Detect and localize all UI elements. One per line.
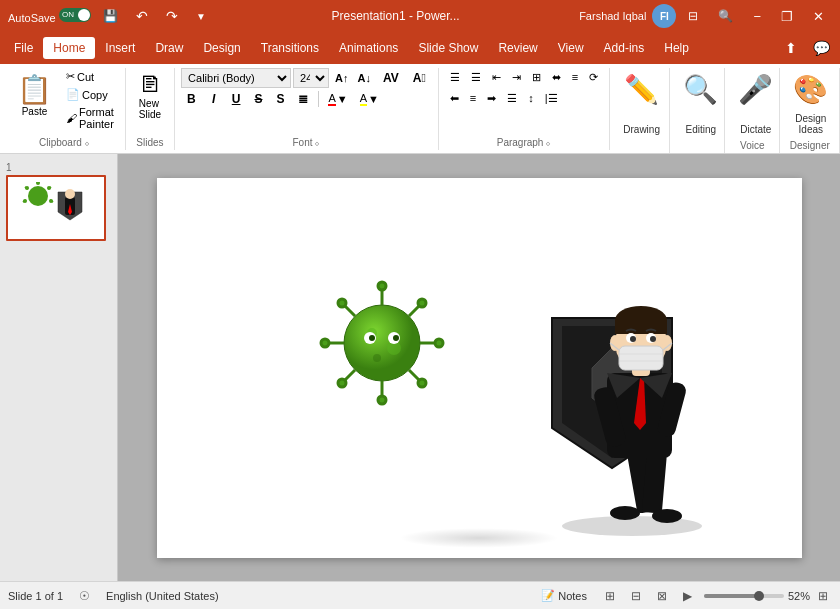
clear-formatting-button[interactable]: A⃝ <box>407 69 432 87</box>
font-name-row: Calibri (Body) 24 A↑ A↓ AV A⃝ <box>181 68 432 88</box>
align-right-button[interactable]: ➡ <box>482 89 501 108</box>
editing-button[interactable]: 🔍 Editing <box>676 68 725 140</box>
char-spacing-btn2[interactable]: ≣ <box>292 90 314 108</box>
menu-right: ⬆ 💬 <box>779 37 836 59</box>
font-expand-icon[interactable]: ⬦ <box>314 137 320 148</box>
reading-view-button[interactable]: ⊠ <box>653 587 671 605</box>
menu-item-home[interactable]: Home <box>43 37 95 59</box>
paragraph-controls: ☰ ☰ ⇤ ⇥ ⊞ ⬌ ≡ ⟳ ⬅ ≡ ➡ ☰ ↕ |☰ <box>445 68 603 137</box>
bold-button[interactable]: B <box>181 90 202 108</box>
svg-point-7 <box>47 186 51 190</box>
increase-indent-button[interactable]: ⇥ <box>507 68 526 87</box>
font-size-buttons: A↑ A↓ <box>331 70 375 86</box>
ribbon-group-drawing: ✏️ Drawing . <box>610 68 670 153</box>
close-button[interactable]: ✕ <box>805 7 832 26</box>
add-col-button[interactable]: |☰ <box>540 89 563 108</box>
align-center-button[interactable]: ≡ <box>465 89 481 108</box>
slides-buttons: 🖹 New Slide <box>132 68 168 137</box>
new-slide-button[interactable]: 🖹 New Slide <box>132 68 168 124</box>
zoom-slider[interactable] <box>704 594 784 598</box>
minimize-button[interactable]: − <box>745 7 769 26</box>
quick-access-dropdown[interactable]: ▼ <box>190 9 212 24</box>
slide-thumbnail-1[interactable]: 1 <box>6 162 111 241</box>
text-direction-button[interactable]: ⬌ <box>547 68 566 87</box>
share-button[interactable]: ⬆ <box>779 37 803 59</box>
canvas-area[interactable] <box>118 154 840 581</box>
highlight-color-button[interactable]: A ▼ <box>355 90 384 108</box>
zoom-fit-button[interactable]: ⊞ <box>814 587 832 605</box>
svg-point-0 <box>28 186 48 206</box>
menu-item-draw[interactable]: Draw <box>145 37 193 59</box>
svg-point-42 <box>652 509 682 523</box>
notes-button[interactable]: 📝 Notes <box>535 587 593 604</box>
increase-font-button[interactable]: A↑ <box>331 70 352 86</box>
accessibility-button[interactable]: ☉ <box>75 587 94 605</box>
dictate-button[interactable]: 🎤 Dictate <box>731 68 780 140</box>
highlight-dropdown[interactable]: ▼ <box>368 93 379 105</box>
font-size-select[interactable]: 24 <box>293 68 329 88</box>
menu-item-file[interactable]: File <box>4 37 43 59</box>
cut-button[interactable]: ✂ Cut <box>61 68 119 85</box>
menu-item-design[interactable]: Design <box>193 37 250 59</box>
redo-button[interactable]: ↷ <box>160 6 184 26</box>
search-button[interactable]: 🔍 <box>710 7 741 25</box>
strikethrough-button[interactable]: S <box>248 90 268 108</box>
copy-button[interactable]: 📄 Copy <box>61 86 119 103</box>
menu-item-view[interactable]: View <box>548 37 594 59</box>
underline-button[interactable]: U <box>226 90 247 108</box>
drawing-button[interactable]: ✏️ Drawing <box>616 68 667 140</box>
slide-sorter-button[interactable]: ⊟ <box>627 587 645 605</box>
undo-button[interactable]: ↶ <box>130 6 154 26</box>
normal-view-button[interactable]: ⊞ <box>601 587 619 605</box>
restore-button[interactable]: ❐ <box>773 7 801 26</box>
cut-icon: ✂ <box>66 70 75 83</box>
save-button[interactable]: 💾 <box>97 7 124 25</box>
justify-button[interactable]: ☰ <box>502 89 522 108</box>
decrease-font-button[interactable]: A↓ <box>354 70 375 86</box>
comments-button[interactable]: 💬 <box>807 37 836 59</box>
designer-button[interactable]: 🎨 Design Ideas <box>786 68 835 140</box>
svg-point-41 <box>610 506 640 520</box>
text-shadow-button[interactable]: S <box>270 90 290 108</box>
format-painter-button[interactable]: 🖌 Format Painter <box>61 104 119 132</box>
paragraph-row2: ⬅ ≡ ➡ ☰ ↕ |☰ <box>445 89 603 108</box>
ground-shadow <box>399 528 559 548</box>
language-label: English (United States) <box>106 590 219 602</box>
paste-icon: 📋 <box>17 73 52 106</box>
svg-point-55 <box>630 336 636 342</box>
editing-icon: 🔍 <box>683 73 718 106</box>
paragraph-expand-icon[interactable]: ⬦ <box>545 137 551 148</box>
menu-item-transitions[interactable]: Transitions <box>251 37 329 59</box>
slide-canvas[interactable] <box>157 178 802 558</box>
slideshow-view-button[interactable]: ▶ <box>679 587 696 605</box>
menu-item-animations[interactable]: Animations <box>329 37 408 59</box>
svg-point-33 <box>338 299 346 307</box>
clipboard-expand-icon[interactable]: ⬦ <box>84 137 90 148</box>
font-color-button[interactable]: A ▼ <box>323 90 352 108</box>
align-left-button[interactable]: ⬅ <box>445 89 464 108</box>
ribbon-display-button[interactable]: ⊟ <box>680 7 706 25</box>
title-bar: AutoSave ON 💾 ↶ ↷ ▼ Presentation1 - Powe… <box>0 0 840 32</box>
decrease-indent-button[interactable]: ⇤ <box>487 68 506 87</box>
char-spacing-button[interactable]: AV <box>377 69 405 87</box>
font-name-select[interactable]: Calibri (Body) <box>181 68 291 88</box>
highlight-icon: A <box>360 92 367 106</box>
bullet-list-button[interactable]: ☰ <box>445 68 465 87</box>
ribbon-group-paragraph: ☰ ☰ ⇤ ⇥ ⊞ ⬌ ≡ ⟳ ⬅ ≡ ➡ ☰ ↕ |☰ Paragraph ⬦ <box>439 68 610 150</box>
font-color-dropdown[interactable]: ▼ <box>337 93 348 105</box>
number-list-button[interactable]: ☰ <box>466 68 486 87</box>
align-text-button[interactable]: ≡ <box>567 68 583 87</box>
menu-item-help[interactable]: Help <box>654 37 699 59</box>
menu-item-addins[interactable]: Add-ins <box>594 37 655 59</box>
line-spacing-button[interactable]: ↕ <box>523 89 539 108</box>
svg-point-25 <box>418 379 426 387</box>
menu-item-slideshow[interactable]: Slide Show <box>408 37 488 59</box>
smart-art-button[interactable]: ⟳ <box>584 68 603 87</box>
columns-button[interactable]: ⊞ <box>527 68 546 87</box>
menu-item-review[interactable]: Review <box>488 37 547 59</box>
italic-button[interactable]: I <box>204 90 224 108</box>
autosave-toggle[interactable]: ON <box>59 8 91 22</box>
menu-item-insert[interactable]: Insert <box>95 37 145 59</box>
status-left: Slide 1 of 1 ☉ English (United States) <box>8 587 219 605</box>
paste-button[interactable]: 📋 Paste <box>10 68 59 132</box>
